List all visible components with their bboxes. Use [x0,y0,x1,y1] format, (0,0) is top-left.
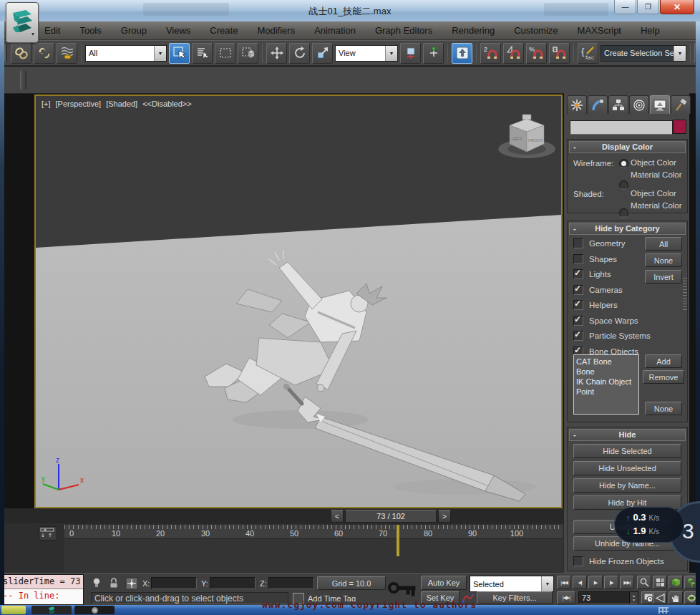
spinner-snap-toggle-button[interactable] [549,43,570,64]
menu-group[interactable]: Group [121,25,147,36]
hide-by-name-button[interactable]: Hide by Name... [573,478,681,493]
toolbar-grip[interactable] [20,71,26,89]
lights-checkbox[interactable] [573,269,583,279]
angle-snap-toggle-button[interactable] [503,43,524,64]
viewport-scene[interactable]: LEFT FRONT z y x [36,96,561,507]
menu-create[interactable]: Create [210,25,238,36]
play-button[interactable]: ▶ [588,576,603,589]
tab-motion[interactable] [629,95,649,114]
close-button[interactable]: ✕ [660,0,694,14]
listener-script-line[interactable]: -- In line: [1,589,83,604]
taskbar-item-3dsmax[interactable] [31,606,72,614]
tab-hierarchy[interactable] [608,95,628,114]
key-track[interactable] [64,538,563,572]
zoom-button[interactable] [637,576,651,589]
grid-setting-display[interactable]: Grid = 10.0 [317,576,386,590]
tab-display[interactable] [650,95,670,114]
geometry-checkbox[interactable] [573,238,583,248]
y-coordinate-field[interactable] [210,577,256,589]
display-color-rollout-header[interactable]: - Display Color [569,141,686,153]
frame-spinner[interactable]: ▲ ▼ [629,592,638,604]
zoom-extents-button[interactable] [669,576,683,589]
menu-customize[interactable]: Customize [514,25,558,36]
named-selection-set-dropdown[interactable]: Create Selection Set ▼ [601,45,686,62]
next-frame-button[interactable]: |▶ [604,576,618,589]
current-frame-marker[interactable] [397,525,399,556]
menu-rendering[interactable]: Rendering [452,25,495,36]
viewport-menu-shading[interactable]: [Shaded] [106,100,137,108]
list-item[interactable]: CAT Bone [576,357,636,367]
previous-frame-button[interactable]: ◀| [573,576,587,589]
select-and-scale-button[interactable] [312,43,333,64]
wireframe-object-color-radio[interactable] [619,159,628,168]
percent-snap-toggle-button[interactable]: % [526,43,547,64]
particle-systems-checkbox[interactable] [573,331,583,341]
menu-edit[interactable]: Edit [44,25,60,36]
time-slider[interactable]: < 73 / 102 > [331,510,451,523]
tab-utilities[interactable] [671,95,691,114]
menu-maxscript[interactable]: MAXScript [578,25,621,36]
viewport-menu-plus[interactable]: [+] [42,100,51,108]
hide-selected-button[interactable]: Hide Selected [573,444,681,458]
wireframe-material-color-radio[interactable] [619,180,628,190]
panel-resize-grip[interactable] [683,278,687,311]
previous-frame-arrow[interactable]: < [331,510,344,523]
space-warps-checkbox[interactable] [573,316,583,326]
taskbar-grip[interactable] [658,607,669,614]
select-and-rotate-button[interactable] [289,43,310,64]
taskbar-item-1[interactable] [1,606,26,614]
go-to-end-button[interactable]: ▶▶| [620,576,634,589]
select-by-name-button[interactable] [192,43,213,64]
current-frame-field[interactable]: 73 ▲ ▼ [578,591,638,604]
category-add-button[interactable]: Add [645,354,682,368]
category-invert-button[interactable]: Invert [645,270,682,284]
z-coordinate-field[interactable] [268,577,314,589]
category-remove-button[interactable]: Remove [643,370,684,384]
reference-coordinate-dropdown[interactable]: View ▼ [335,45,398,62]
object-name-field[interactable] [570,120,673,135]
x-coordinate-field[interactable] [151,577,197,589]
category-none-button[interactable]: None [645,253,682,267]
hide-rollout-header[interactable]: - Hide [569,429,686,441]
key-mode-toggle-button[interactable]: |◀▶| [557,591,575,604]
go-to-start-button[interactable]: |◀◀ [557,576,571,589]
network-speed-overlay[interactable]: ↑ 0.3 K/s ↓ 1.9 K/s [614,507,684,543]
list-item[interactable]: IK Chain Object [576,377,636,387]
use-pivot-point-center-button[interactable] [400,43,421,64]
time-slider-strip[interactable]: < 73 / 102 > [0,508,564,524]
shaded-object-color-radio[interactable] [619,208,628,218]
select-object-button[interactable] [169,43,190,64]
unlink-selection-button[interactable] [34,43,54,64]
minimize-button[interactable]: — [614,0,636,14]
select-and-manipulate-button[interactable] [423,43,444,64]
absolute-offset-mode-toggle[interactable] [125,577,138,593]
select-and-link-button[interactable] [11,43,31,64]
snaps-toggle-button[interactable]: 2 [480,43,501,64]
toolbar-grip[interactable] [4,44,7,62]
field-of-view-button[interactable] [653,591,667,604]
maximize-button[interactable]: ❐ [637,0,659,14]
menu-views[interactable]: Views [166,25,190,36]
maxscript-mini-listener[interactable]: sliderTime = 73 -- In line: [0,574,84,605]
taskbar-item-2[interactable] [74,606,115,614]
pan-view-button[interactable] [669,591,683,604]
list-item[interactable]: Bone [576,367,636,377]
cameras-checkbox[interactable] [573,285,583,295]
zoom-all-button[interactable] [653,576,667,589]
auto-key-button[interactable]: Auto Key [421,576,467,590]
viewport-menu-view[interactable]: [Perspective] [56,100,102,108]
next-frame-arrow[interactable]: > [438,510,451,523]
bind-to-space-warp-button[interactable] [57,43,77,64]
selection-lock-light[interactable] [91,577,102,591]
selection-filter-dropdown[interactable]: All ▼ [85,45,167,62]
perspective-viewport[interactable]: [+] [Perspective] [Shaded] <<Disabled>> [34,95,563,508]
application-menu-button[interactable] [6,2,39,43]
spinner-down-icon[interactable]: ▼ [632,598,636,602]
menu-modifiers[interactable]: Modifiers [257,25,295,36]
keyboard-shortcut-override-button[interactable] [452,43,472,64]
shapes-checkbox[interactable] [573,254,583,264]
time-slider-handle[interactable]: 73 / 102 [345,510,437,523]
hide-by-category-rollout-header[interactable]: - Hide by Category [569,223,686,235]
category-all-button[interactable]: All [645,237,682,251]
window-crossing-toggle-button[interactable] [238,43,258,64]
